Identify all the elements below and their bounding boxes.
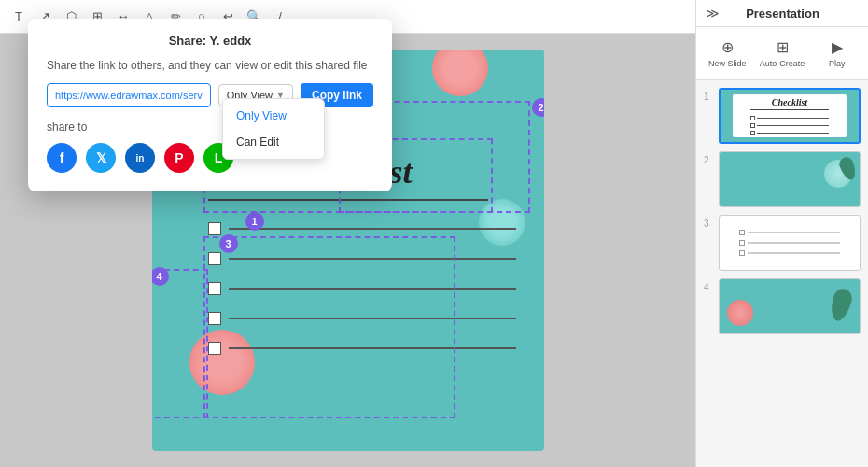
twitter-share-button[interactable]: 𝕏 bbox=[86, 143, 116, 173]
slide-number-3: 3 bbox=[704, 219, 713, 229]
slide-thumb-img-1[interactable]: Checklist bbox=[719, 88, 861, 144]
link-input[interactable] bbox=[47, 83, 211, 107]
slide-thumbnail-4[interactable]: 4 bbox=[704, 278, 861, 334]
slide-thumbnail-3[interactable]: 3 bbox=[704, 215, 861, 271]
checklist-row bbox=[208, 312, 516, 325]
toolbar-icon-text[interactable]: T bbox=[7, 6, 30, 28]
slide-number-2: 2 bbox=[704, 155, 713, 165]
modal-title: Share: Y. eddx bbox=[47, 34, 373, 48]
pinterest-share-button[interactable]: P bbox=[164, 143, 194, 173]
auto-create-icon: ⊞ bbox=[777, 38, 789, 56]
linkedin-share-button[interactable]: in bbox=[125, 143, 155, 173]
checklist-row bbox=[208, 252, 516, 265]
auto-create-label: Auto-Create bbox=[760, 59, 805, 68]
checklist-items bbox=[208, 222, 516, 372]
modal-description: Share the link to others, and they can v… bbox=[47, 59, 373, 72]
title-underline bbox=[208, 199, 488, 201]
checkbox[interactable] bbox=[208, 222, 221, 235]
slides-list: 1 Checklist 2 bbox=[696, 80, 868, 467]
slide-number-4: 4 bbox=[704, 282, 713, 292]
slide-number-1: 1 bbox=[704, 92, 713, 102]
checklist-row bbox=[208, 342, 516, 355]
checkbox[interactable] bbox=[208, 252, 221, 265]
slide-thumbnail-1[interactable]: 1 Checklist bbox=[704, 88, 861, 144]
flower-pink-top bbox=[432, 50, 488, 96]
dropdown-option-only-view[interactable]: Only View bbox=[223, 103, 324, 129]
slide-thumb-img-3[interactable] bbox=[719, 215, 861, 271]
right-panel: ≫ Presentation ⊕ New Slide ⊞ Auto-Create… bbox=[695, 0, 868, 467]
checkbox[interactable] bbox=[208, 342, 221, 355]
check-line bbox=[229, 347, 516, 349]
checkbox[interactable] bbox=[208, 312, 221, 325]
badge-4: 4 bbox=[152, 267, 169, 286]
badge-3: 3 bbox=[219, 234, 238, 253]
collapse-panel-icon[interactable]: ≫ bbox=[706, 6, 720, 21]
play-label: Play bbox=[829, 59, 846, 68]
check-line bbox=[229, 228, 516, 230]
checklist-row bbox=[208, 282, 516, 295]
view-mode-dropdown-menu: Only View Can Edit bbox=[222, 98, 325, 160]
facebook-share-button[interactable]: f bbox=[47, 143, 77, 173]
new-slide-label: New Slide bbox=[708, 59, 747, 68]
check-line bbox=[229, 258, 516, 260]
checkbox[interactable] bbox=[208, 282, 221, 295]
badge-1: 1 bbox=[245, 212, 264, 231]
panel-header: ≫ Presentation bbox=[696, 0, 868, 27]
share-modal: Share: Y. eddx Share the link to others,… bbox=[28, 19, 392, 191]
new-slide-icon: ⊕ bbox=[721, 38, 734, 56]
play-button[interactable]: ▶ Play bbox=[809, 35, 864, 72]
slide-thumb-img-4[interactable] bbox=[719, 278, 861, 334]
slide-thumbnail-2[interactable]: 2 bbox=[704, 151, 861, 207]
panel-actions: ⊕ New Slide ⊞ Auto-Create ▶ Play bbox=[696, 27, 868, 80]
check-line bbox=[229, 288, 516, 290]
slide-thumb-img-2[interactable] bbox=[719, 151, 861, 207]
badge-2: 2 bbox=[532, 98, 544, 117]
auto-create-button[interactable]: ⊞ Auto-Create bbox=[755, 35, 810, 72]
panel-title: Presentation bbox=[746, 7, 819, 21]
dropdown-option-can-edit[interactable]: Can Edit bbox=[223, 129, 324, 155]
play-icon: ▶ bbox=[832, 38, 843, 56]
check-line bbox=[229, 318, 516, 319]
new-slide-button[interactable]: ⊕ New Slide bbox=[700, 35, 755, 72]
